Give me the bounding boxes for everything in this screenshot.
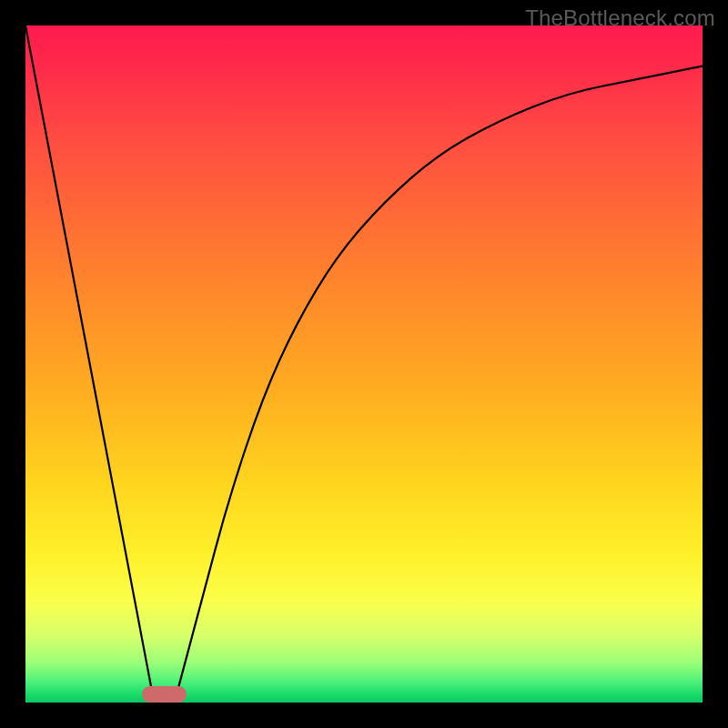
left-branch-line — [25, 25, 154, 703]
chart-frame: TheBottleneck.com — [0, 0, 728, 728]
highlight-marker — [142, 686, 186, 703]
watermark-text: TheBottleneck.com — [525, 5, 715, 31]
curve-layer — [25, 25, 703, 703]
plot-area — [25, 25, 703, 703]
right-branch-curve — [175, 66, 703, 703]
